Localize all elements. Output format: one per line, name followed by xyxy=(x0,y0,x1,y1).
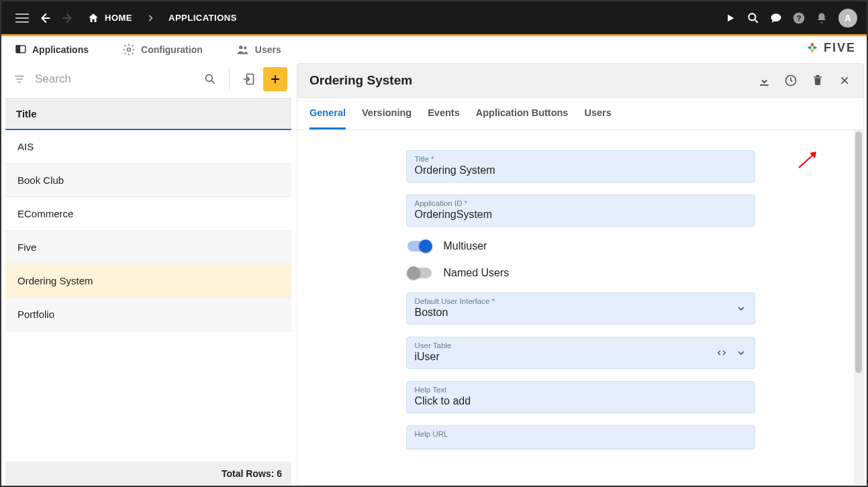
svg-rect-13 xyxy=(17,78,23,80)
svg-rect-20 xyxy=(816,75,820,76)
usertable-field[interactable]: User Table iUser xyxy=(406,337,755,369)
detail-panel: Ordering System GeneralVersioningEventsA… xyxy=(291,63,867,486)
scrollbar[interactable] xyxy=(854,130,863,485)
list-item[interactable]: Book Club xyxy=(5,164,291,197)
breadcrumb-home-label: HOME xyxy=(105,13,132,23)
helptext-field[interactable]: Help Text Click to add xyxy=(406,381,755,413)
detail-tab[interactable]: Application Buttons xyxy=(476,98,569,129)
list-item[interactable]: Five xyxy=(5,231,291,264)
users-icon xyxy=(236,43,250,56)
svg-point-11 xyxy=(244,46,246,49)
chevron-down-icon xyxy=(736,303,746,314)
helpurl-field[interactable]: Help URL xyxy=(406,425,755,449)
hamburger-icon[interactable] xyxy=(11,7,34,30)
detail-tab[interactable]: Events xyxy=(428,98,460,129)
list-item[interactable]: Ordering System xyxy=(5,264,291,298)
search-row xyxy=(5,63,291,98)
svg-text:?: ? xyxy=(796,13,801,22)
play-icon[interactable] xyxy=(719,7,742,30)
usertable-value: iUser xyxy=(415,351,746,363)
default-ui-field[interactable]: Default User Interface * Boston xyxy=(406,292,755,325)
svg-rect-2 xyxy=(15,21,29,23)
detail-tab[interactable]: General xyxy=(309,98,346,129)
svg-line-21 xyxy=(799,154,814,168)
svg-rect-17 xyxy=(760,85,769,86)
topbar: HOME APPLICATIONS ? A xyxy=(1,1,867,34)
svg-point-3 xyxy=(749,13,755,20)
list-item[interactable]: ECommerce xyxy=(5,197,291,231)
dui-value: Boston xyxy=(415,307,746,319)
list-column-header[interactable]: Title xyxy=(5,98,291,130)
svg-rect-8 xyxy=(16,46,19,53)
search-input[interactable] xyxy=(34,72,195,87)
appid-field-label: Application ID * xyxy=(415,199,746,207)
section-tabs: Applications Configuration Users FIVE xyxy=(1,36,867,63)
detail-tab[interactable]: Versioning xyxy=(362,98,412,129)
add-button[interactable] xyxy=(263,67,287,91)
svg-rect-14 xyxy=(18,82,21,83)
namedusers-label: Named Users xyxy=(444,267,510,279)
svg-point-15 xyxy=(205,74,212,81)
help-icon[interactable]: ? xyxy=(787,7,810,30)
chevron-down-icon xyxy=(736,347,746,358)
appid-field-value: OrderingSystem xyxy=(415,209,746,221)
brand-logo: FIVE xyxy=(805,40,856,55)
bell-icon[interactable] xyxy=(810,7,833,30)
detail-tabs: GeneralVersioningEventsApplication Butto… xyxy=(297,98,864,130)
svg-point-9 xyxy=(128,48,131,51)
svg-rect-12 xyxy=(15,76,24,77)
list-item[interactable]: Portfolio xyxy=(5,298,291,331)
filter-icon[interactable] xyxy=(8,73,31,85)
magnify-icon[interactable] xyxy=(742,7,765,30)
breadcrumb-home[interactable]: HOME xyxy=(87,12,132,24)
avatar[interactable]: A xyxy=(838,9,857,28)
annotation-arrow-icon xyxy=(798,152,818,169)
multiuser-switch[interactable] xyxy=(407,241,432,252)
detail-header: Ordering System xyxy=(297,63,864,98)
breadcrumb: HOME APPLICATIONS xyxy=(87,12,237,24)
multiuser-label: Multiuser xyxy=(444,240,487,252)
plus-icon xyxy=(269,73,281,85)
applications-icon xyxy=(15,44,27,56)
svg-rect-0 xyxy=(15,13,29,15)
list-footer: Total Rows: 6 xyxy=(5,462,291,486)
import-icon[interactable] xyxy=(236,67,260,91)
detail-tab[interactable]: Users xyxy=(584,98,611,129)
svg-point-10 xyxy=(239,46,242,49)
download-icon[interactable] xyxy=(751,67,777,94)
multiuser-row: Multiuser xyxy=(406,239,755,254)
close-icon[interactable] xyxy=(831,67,858,94)
detail-title: Ordering System xyxy=(309,73,751,88)
svg-rect-19 xyxy=(814,76,822,78)
form-scroll[interactable]: Title * Ordering System Application ID *… xyxy=(297,130,864,486)
list-item[interactable]: AIS xyxy=(5,130,291,164)
divider xyxy=(229,69,230,89)
helptext-label: Help Text xyxy=(415,386,746,394)
namedusers-row: Named Users xyxy=(406,266,755,280)
logo-icon xyxy=(805,40,820,55)
svg-point-4 xyxy=(771,13,781,21)
svg-rect-1 xyxy=(15,17,29,19)
back-icon[interactable] xyxy=(34,7,56,30)
usertable-label: User Table xyxy=(415,341,746,349)
delete-icon[interactable] xyxy=(804,67,831,94)
search-icon[interactable] xyxy=(198,67,222,91)
tab-applications-label: Applications xyxy=(32,44,89,55)
tab-configuration[interactable]: Configuration xyxy=(114,36,211,62)
code-icon[interactable] xyxy=(716,347,728,358)
namedusers-switch[interactable] xyxy=(407,268,432,278)
gear-icon xyxy=(122,43,136,56)
title-field-value: Ordering System xyxy=(415,164,746,176)
appid-field[interactable]: Application ID * OrderingSystem xyxy=(406,195,755,227)
helpurl-label: Help URL xyxy=(415,430,746,438)
helptext-value: Click to add xyxy=(415,395,746,407)
history-icon[interactable] xyxy=(777,67,804,94)
application-list: AISBook ClubECommerceFiveOrdering System… xyxy=(5,130,291,462)
dui-label: Default User Interface * xyxy=(415,297,746,305)
avatar-initial: A xyxy=(845,13,851,23)
tab-applications[interactable]: Applications xyxy=(7,36,97,62)
chat-icon[interactable] xyxy=(765,7,787,30)
title-field[interactable]: Title * Ordering System xyxy=(406,150,755,182)
tab-users-label: Users xyxy=(255,44,281,55)
tab-users[interactable]: Users xyxy=(228,36,289,62)
